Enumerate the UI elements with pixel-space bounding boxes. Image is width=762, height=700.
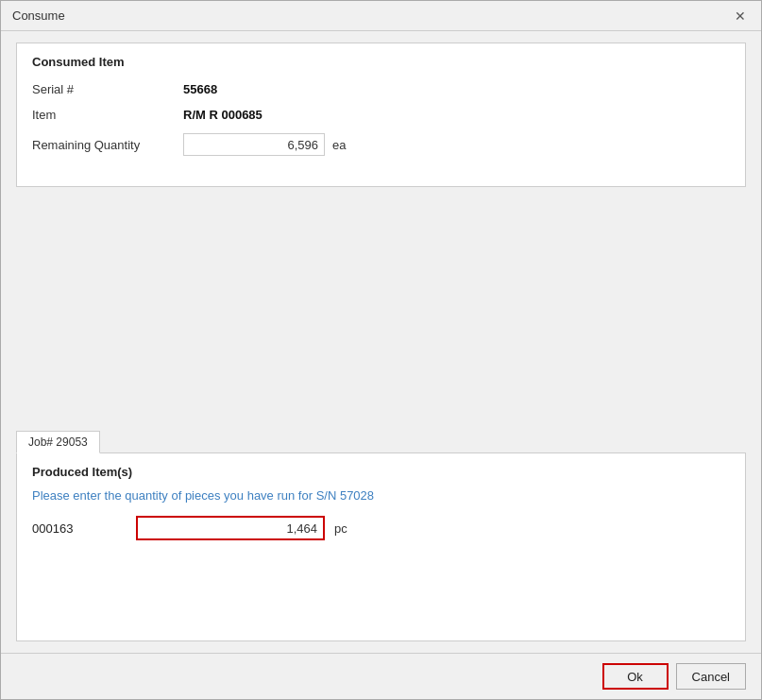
remaining-unit: ea xyxy=(332,138,346,152)
close-button[interactable]: ✕ xyxy=(731,7,750,26)
produced-item-row: 000163 pc xyxy=(32,516,730,540)
item-row: Item R/M R 000685 xyxy=(32,108,730,122)
remaining-label: Remaining Quantity xyxy=(32,138,183,152)
job-tab[interactable]: Job# 29053 xyxy=(16,431,100,453)
produced-unit: pc xyxy=(334,521,347,536)
produced-quantity-input[interactable] xyxy=(136,516,325,540)
produced-item-id: 000163 xyxy=(32,521,127,536)
dialog-footer: Ok Cancel xyxy=(1,653,761,699)
item-value: R/M R 000685 xyxy=(183,108,262,122)
title-bar: Consume ✕ xyxy=(1,1,761,31)
produced-items-title: Produced Item(s) xyxy=(32,465,730,479)
serial-label: Serial # xyxy=(32,82,183,96)
tab-content: Produced Item(s) Please enter the quanti… xyxy=(16,452,746,641)
remaining-quantity-input[interactable] xyxy=(183,133,325,156)
item-label: Item xyxy=(32,108,183,122)
cancel-button[interactable]: Cancel xyxy=(676,663,746,690)
consumed-item-section: Consumed Item Serial # 55668 Item R/M R … xyxy=(16,43,746,187)
tab-bar: Job# 29053 xyxy=(16,430,746,452)
ok-button[interactable]: Ok xyxy=(602,663,669,690)
dialog-title: Consume xyxy=(12,9,65,23)
dialog-content: Consumed Item Serial # 55668 Item R/M R … xyxy=(1,31,761,653)
tabs-area: Job# 29053 Produced Item(s) Please enter… xyxy=(16,430,746,641)
consumed-item-title: Consumed Item xyxy=(32,55,730,69)
instruction-text: Please enter the quantity of pieces you … xyxy=(32,488,730,503)
spacer xyxy=(16,196,746,420)
remaining-quantity-row: Remaining Quantity ea xyxy=(32,133,730,156)
serial-value: 55668 xyxy=(183,82,217,96)
serial-row: Serial # 55668 xyxy=(32,82,730,96)
consume-dialog: Consume ✕ Consumed Item Serial # 55668 I… xyxy=(0,0,762,700)
